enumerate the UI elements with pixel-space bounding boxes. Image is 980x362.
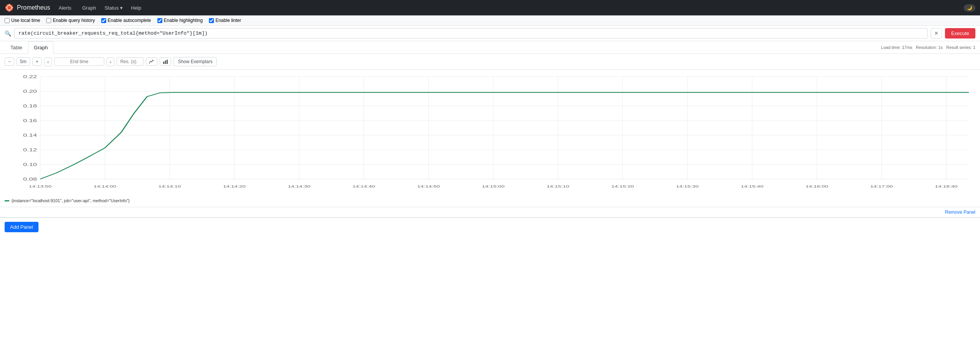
legend-series-label: {instance="localhost:9101", job="user-ap…: [12, 198, 130, 203]
enable-linter-label[interactable]: Enable linter: [209, 18, 241, 23]
result-series: Result series: 1: [946, 45, 975, 50]
svg-rect-8: [167, 60, 168, 64]
interval-minus-button[interactable]: −: [5, 57, 14, 66]
svg-text:14:13:50: 14:13:50: [29, 184, 52, 188]
load-time: Load time: 17ms: [881, 45, 912, 50]
nav-alerts[interactable]: Alerts: [56, 3, 73, 12]
svg-text:14:15:10: 14:15:10: [547, 184, 569, 188]
execute-button[interactable]: Execute: [945, 28, 975, 39]
use-local-time-checkbox[interactable]: [5, 18, 10, 23]
svg-rect-6: [163, 62, 164, 64]
nav-status-label: Status: [105, 5, 119, 11]
svg-text:0.20: 0.20: [23, 89, 37, 94]
svg-text:14:15:30: 14:15:30: [676, 184, 699, 188]
tab-graph[interactable]: Graph: [28, 41, 53, 54]
navbar-right: 🌙: [964, 4, 975, 12]
svg-rect-7: [165, 60, 166, 64]
enable-linter-text: Enable linter: [215, 18, 241, 23]
bar-chart-icon: [163, 59, 168, 64]
next-time-button[interactable]: ›: [107, 57, 114, 66]
svg-text:14:14:20: 14:14:20: [223, 184, 246, 188]
bar-chart-button[interactable]: [160, 57, 171, 66]
interval-label-button[interactable]: 5m: [17, 57, 30, 66]
nav-graph[interactable]: Graph: [80, 3, 99, 12]
svg-text:14:16:00: 14:16:00: [805, 184, 828, 188]
nav-status[interactable]: Status ▾: [105, 5, 123, 11]
add-panel-button[interactable]: Add Panel: [5, 222, 38, 232]
show-exemplars-button[interactable]: Show Exemplars: [174, 57, 217, 66]
legend-color-swatch: [5, 200, 9, 201]
navbar: Prometheus Alerts Graph Status ▾ Help 🌙: [0, 0, 980, 15]
brand-name: Prometheus: [17, 4, 50, 11]
svg-text:0.10: 0.10: [23, 162, 37, 167]
svg-text:14:14:10: 14:14:10: [158, 184, 181, 188]
prev-icon: ‹: [47, 59, 49, 65]
enable-autocomplete-label[interactable]: Enable autocomplete: [101, 18, 151, 23]
enable-highlighting-label[interactable]: Enable highlighting: [157, 18, 203, 23]
resolution: Resolution: 1s: [916, 45, 943, 50]
chart-container: 0.22 0.20 0.18 0.16 0.14 0.12 0.10 0.08 …: [0, 70, 980, 196]
use-local-time-text: Use local time: [11, 18, 40, 23]
svg-text:14:15:20: 14:15:20: [611, 184, 634, 188]
svg-text:14:14:00: 14:14:00: [93, 184, 116, 188]
nav-help[interactable]: Help: [129, 3, 144, 12]
svg-text:14:15:00: 14:15:00: [482, 184, 504, 188]
interval-plus-button[interactable]: +: [32, 57, 42, 66]
resolution-input[interactable]: [117, 57, 144, 66]
brand: Prometheus: [5, 3, 50, 12]
svg-text:14:18:40: 14:18:40: [935, 184, 958, 188]
svg-text:0.14: 0.14: [23, 133, 37, 137]
enable-autocomplete-checkbox[interactable]: [101, 18, 106, 23]
svg-text:0.22: 0.22: [23, 74, 37, 79]
svg-text:14:17:00: 14:17:00: [870, 184, 893, 188]
enable-linter-checkbox[interactable]: [209, 18, 214, 23]
query-input[interactable]: [14, 28, 928, 39]
search-icon: 🔍: [5, 30, 11, 37]
theme-toggle-button[interactable]: 🌙: [964, 4, 975, 12]
svg-text:14:15:40: 14:15:40: [741, 184, 763, 188]
end-time-input[interactable]: [54, 57, 104, 66]
theme-icon: 🌙: [967, 5, 972, 10]
clear-query-button[interactable]: ✕: [931, 28, 942, 39]
enable-autocomplete-text: Enable autocomplete: [108, 18, 151, 23]
line-chart-icon: [149, 59, 154, 64]
panel-actions: Remove Panel: [0, 207, 980, 217]
prev-time-button[interactable]: ‹: [44, 57, 52, 66]
next-icon: ›: [110, 59, 111, 65]
nav-status-caret: ▾: [120, 5, 123, 11]
svg-text:0.08: 0.08: [23, 177, 37, 181]
graph-controls: − 5m + ‹ › Show Exemplars: [0, 54, 980, 70]
line-chart-button[interactable]: [146, 57, 157, 66]
chart-legend: {instance="localhost:9101", job="user-ap…: [0, 196, 980, 207]
use-local-time-label[interactable]: Use local time: [5, 18, 40, 23]
chart-svg: 0.22 0.20 0.18 0.16 0.14 0.12 0.10 0.08 …: [5, 73, 975, 196]
svg-text:14:14:50: 14:14:50: [417, 184, 440, 188]
svg-text:0.16: 0.16: [23, 118, 37, 123]
enable-query-history-label[interactable]: Enable query history: [46, 18, 95, 23]
enable-query-history-text: Enable query history: [53, 18, 95, 23]
remove-panel-button[interactable]: Remove Panel: [945, 209, 975, 215]
svg-text:14:14:30: 14:14:30: [288, 184, 311, 188]
options-bar: Use local time Enable query history Enab…: [0, 15, 980, 26]
svg-text:14:14:40: 14:14:40: [352, 184, 375, 188]
tab-bar: Table Graph Load time: 17ms Resolution: …: [0, 41, 980, 54]
prometheus-icon: [5, 3, 14, 12]
tab-table[interactable]: Table: [5, 41, 28, 54]
enable-query-history-checkbox[interactable]: [46, 18, 51, 23]
enable-highlighting-text: Enable highlighting: [164, 18, 203, 23]
result-info: Load time: 17ms Resolution: 1s Result se…: [881, 45, 975, 50]
add-panel-bar: Add Panel: [0, 217, 980, 236]
enable-highlighting-checkbox[interactable]: [157, 18, 162, 23]
svg-text:0.18: 0.18: [23, 104, 37, 108]
query-bar: 🔍 ✕ Execute: [0, 26, 980, 41]
svg-text:0.12: 0.12: [23, 147, 37, 152]
